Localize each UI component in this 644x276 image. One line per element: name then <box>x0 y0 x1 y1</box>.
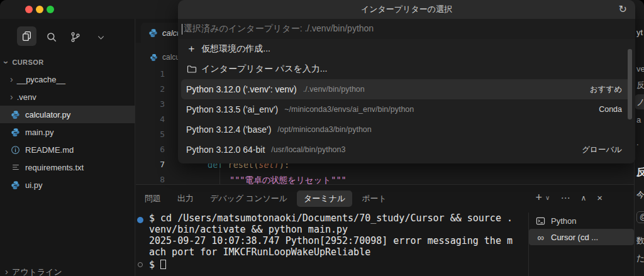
line-number: 6 <box>136 142 165 157</box>
item-detail: /usr/local/bin/python3 <box>271 145 345 154</box>
chevron-right-icon: › <box>10 92 13 101</box>
terminal-instance-label: Python <box>551 216 576 226</box>
item-detail: ~/miniconda3/envs/ai_env/bin/python <box>284 105 414 114</box>
line-number-active: 7 <box>136 157 165 172</box>
terminal-output[interactable]: $ cd /Users/matsumotonaoki/Documents/70_… <box>136 213 528 276</box>
terminal-instance-list: Python ∞ Cursor (cd ... <box>529 213 634 245</box>
terminal-line: ach port for IMKCFRunLoopWakeUpReliable <box>149 246 370 258</box>
interpreter-quickpick: インタープリターの選択 ↻ 選択済みのインタープリター: ./.venv/bin… <box>178 0 635 163</box>
tab-output[interactable]: 出力 <box>177 193 194 204</box>
line-number: 5 <box>136 127 165 142</box>
mention-icon[interactable]: @ <box>636 211 644 223</box>
git-branch-icon <box>70 31 81 43</box>
tab-terminal[interactable]: ターミナル <box>297 190 352 207</box>
tree-item-ui-py[interactable]: ui.py <box>0 176 135 194</box>
tree-item-readme-md[interactable]: README.md <box>0 141 135 158</box>
item-label: インタープリター パスを入力... <box>201 63 328 75</box>
create-venv-item[interactable]: + 仮想環境の作成... <box>181 39 632 59</box>
tab-problems[interactable]: 問題 <box>145 193 161 204</box>
panel-tab-bar: 問題 出力 デバッグ コンソール ターミナル ポート <box>145 190 387 207</box>
file-tree: › __pycache__ › .venv calculator.py <box>0 70 135 194</box>
file-label: calculator.py <box>25 110 70 119</box>
tab-ports[interactable]: ポート <box>362 193 387 204</box>
python-file-icon <box>11 110 20 119</box>
python-file-icon <box>11 128 20 137</box>
python-file-icon <box>11 180 20 190</box>
chat-text-fragment: a <box>636 115 641 124</box>
enter-interpreter-path-item[interactable]: インタープリター パスを入力... <box>181 59 632 79</box>
conda-badge: Conda <box>599 105 622 114</box>
tab-debug-console[interactable]: デバッグ コンソール <box>210 193 287 204</box>
file-label: ui.py <box>25 180 42 190</box>
outline-section-header[interactable]: › アウトライン <box>0 267 135 276</box>
item-detail: /opt/miniconda3/bin/python <box>277 125 371 134</box>
chat-text-fragment: 今 <box>636 189 644 201</box>
new-terminal-button[interactable]: + <box>536 191 543 204</box>
terminal-line: 2025-09-27 10:07:38.747 Python[2952:7009… <box>149 235 513 246</box>
search-view-button[interactable] <box>45 31 58 43</box>
line-number: 3 <box>136 97 165 112</box>
chat-text-fragment: 反 <box>636 166 644 179</box>
list-file-icon <box>11 163 20 172</box>
item-label: Python 3.13.5 ('ai_env') <box>186 104 278 114</box>
folder-icon <box>186 64 197 74</box>
activity-bar <box>0 25 135 48</box>
interpreter-item-base[interactable]: Python 3.12.4 ('base') /opt/miniconda3/b… <box>181 119 632 140</box>
interpreter-item-ai-env[interactable]: Python 3.13.5 ('ai_env') ~/miniconda3/en… <box>181 99 632 119</box>
panel-actions: + ∨ ⋯ ∧ × <box>536 191 602 204</box>
tree-item-requirements-txt[interactable]: requirements.txt <box>0 158 135 176</box>
interpreter-search-input[interactable]: 選択済みのインタープリター: ./.venv/bin/python <box>178 19 635 39</box>
chevron-down-icon <box>96 33 106 42</box>
explorer-view-button[interactable] <box>17 26 36 46</box>
infinity-icon: ∞ <box>536 233 545 242</box>
terminal-instance-label: Cursor (cd ... <box>551 233 598 242</box>
quickpick-header: インタープリターの選択 ↻ <box>178 0 635 19</box>
chevron-right-icon: › <box>5 267 8 276</box>
zoom-window-button[interactable] <box>47 6 54 13</box>
prompt-text: $ <box>149 259 160 270</box>
minimize-window-button[interactable] <box>36 6 43 13</box>
source-control-view-button[interactable] <box>69 31 82 43</box>
search-icon <box>46 31 57 43</box>
input-placeholder: 選択済みのインタープリター: ./.venv/bin/python <box>184 23 374 35</box>
recommended-badge: おすすめ <box>590 84 622 95</box>
terminal-line: $ cd /Users/matsumotonaoki/Documents/70_… <box>149 213 513 224</box>
terminal-cursor <box>160 260 166 269</box>
refresh-icon[interactable]: ↻ <box>619 3 627 15</box>
item-label: 仮想環境の作成... <box>201 43 270 55</box>
file-label: README.md <box>25 145 74 155</box>
more-actions-button[interactable]: ⋯ <box>560 192 570 204</box>
item-label: Python 3.12.0 ('.venv': venv) <box>186 84 297 94</box>
maximize-panel-button[interactable]: ∧ <box>580 194 586 202</box>
item-label: Python 3.12.4 ('base') <box>186 124 271 135</box>
terminal-line: venv/bin/activate && python main.py <box>149 224 348 235</box>
more-views-button[interactable] <box>94 31 107 43</box>
chat-panel-sliver: yt ve 反 ノ a . 反 今 @ 数 た <box>634 19 644 276</box>
tree-item-main-py[interactable]: main.py <box>0 123 135 141</box>
close-panel-button[interactable]: × <box>597 192 602 203</box>
file-label: requirements.txt <box>25 163 84 172</box>
tree-item-pycache[interactable]: › __pycache__ <box>0 70 135 88</box>
sidebar: › CURSOR › __pycache__ › .venv calculato… <box>0 19 135 276</box>
python-file-icon <box>148 28 158 38</box>
quickpick-scrollbar[interactable] <box>628 49 632 119</box>
line-number: 4 <box>136 112 165 127</box>
folder-label: __pycache__ <box>17 75 65 84</box>
close-window-button[interactable] <box>25 6 33 13</box>
info-icon <box>11 145 20 155</box>
interpreter-item-venv[interactable]: Python 3.12.0 ('.venv': venv) ./.venv/bi… <box>181 79 632 99</box>
terminal-instance-python[interactable]: Python <box>529 213 634 229</box>
line-number: 1 <box>136 67 165 82</box>
outline-label: アウトライン <box>12 267 62 276</box>
terminal-instance-cursor[interactable]: ∞ Cursor (cd ... <box>529 229 634 245</box>
app-window: › CURSOR › __pycache__ › .venv calculato… <box>0 0 644 276</box>
text-caret <box>182 24 182 35</box>
terminal-dropdown-button[interactable]: ∨ <box>545 194 550 201</box>
interpreter-item-global[interactable]: Python 3.12.0 64-bit /usr/local/bin/pyth… <box>181 140 632 160</box>
command-running-circle <box>138 262 143 267</box>
explorer-section-header[interactable]: › CURSOR <box>0 55 135 69</box>
chat-text-fragment: た <box>636 253 644 264</box>
explorer-section-label: CURSOR <box>12 58 43 66</box>
tree-item-venv[interactable]: › .venv <box>0 88 135 106</box>
tree-item-calculator-py[interactable]: calculator.py <box>0 106 135 123</box>
